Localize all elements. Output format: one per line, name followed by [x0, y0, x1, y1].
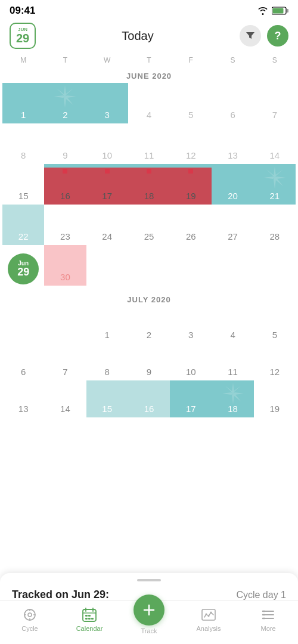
- page-title: Today: [122, 29, 153, 43]
- tab-analysis[interactable]: Analysis: [191, 606, 226, 632]
- cal-cell-jun21[interactable]: 21: [254, 164, 296, 205]
- sheet-handle: [137, 579, 161, 581]
- day-header-m: M: [2, 54, 44, 67]
- cal-cell-jun24[interactable]: 24: [86, 205, 128, 245]
- july-grid: 1 2 3 4 5 6 7 8 9 10 11: [0, 306, 298, 417]
- svg-rect-2: [273, 8, 284, 14]
- cal-cell-jun7[interactable]: 7: [254, 83, 296, 123]
- calendar-date-icon[interactable]: Jun 29: [10, 23, 36, 49]
- svg-rect-37: [85, 615, 88, 617]
- cal-cell-jun29-today[interactable]: Jun 29: [2, 245, 44, 286]
- help-button[interactable]: ?: [267, 25, 288, 47]
- cal-cell-jul15[interactable]: 15: [86, 380, 128, 417]
- cal-cell-jul6[interactable]: 6: [2, 343, 44, 380]
- cal-cell-jul8[interactable]: 8: [86, 343, 128, 380]
- calendar-icon-day: 29: [16, 32, 29, 44]
- tab-cycle[interactable]: Cycle: [12, 606, 48, 632]
- cal-cell-jun11[interactable]: 11: [128, 123, 170, 164]
- cycle-day-label: Cycle day 1: [236, 590, 286, 600]
- cal-cell-empty1: [86, 245, 128, 286]
- more-tab-icon: [260, 606, 277, 623]
- cal-cell-empty4: [212, 245, 253, 286]
- cal-cell-jun6[interactable]: 6: [212, 83, 253, 123]
- cal-cell-jun8[interactable]: 8: [2, 123, 44, 164]
- red-dot-jun19: [188, 169, 193, 174]
- svg-rect-41: [91, 618, 94, 620]
- svg-point-45: [206, 614, 207, 615]
- cal-cell-jun1[interactable]: 1: [2, 83, 44, 123]
- svg-marker-17: [266, 178, 275, 186]
- track-button[interactable]: [134, 595, 164, 626]
- cal-cell-jun30[interactable]: 30: [44, 245, 86, 286]
- filter-button[interactable]: [240, 25, 261, 47]
- svg-marker-14: [263, 177, 275, 179]
- cal-cell-jun4[interactable]: 4: [128, 83, 170, 123]
- cal-cell-jul7[interactable]: 7: [44, 343, 86, 380]
- calendar-tab-icon: [81, 606, 98, 623]
- svg-point-28: [28, 613, 32, 617]
- tab-track[interactable]: Track: [131, 604, 167, 634]
- cal-cell-jun10[interactable]: 10: [86, 123, 128, 164]
- svg-rect-40: [88, 618, 91, 620]
- cal-cell-jun25[interactable]: 25: [128, 205, 170, 245]
- cal-cell-jul10[interactable]: 10: [170, 343, 212, 380]
- analysis-tab-icon: [200, 606, 217, 623]
- svg-marker-6: [54, 95, 65, 98]
- cal-cell-empty2: [128, 245, 170, 286]
- cal-cell-jun18[interactable]: 18: [128, 164, 170, 205]
- red-dot-jun16: [63, 169, 67, 174]
- today-indicator: Jun 29: [8, 253, 39, 284]
- cal-cell-jun13[interactable]: 13: [212, 123, 253, 164]
- cal-cell-jun15[interactable]: 15: [2, 164, 44, 205]
- plus-icon: [141, 602, 157, 618]
- tab-calendar[interactable]: Calendar: [72, 606, 107, 632]
- cal-cell-jun28[interactable]: 28: [254, 205, 296, 245]
- cal-cell-jun9[interactable]: 9: [44, 123, 86, 164]
- cal-cell-jul19[interactable]: 19: [254, 380, 296, 417]
- cal-cell-jul9[interactable]: 9: [128, 343, 170, 380]
- cal-cell-jul18[interactable]: 18: [212, 380, 253, 417]
- analysis-tab-label: Analysis: [197, 625, 221, 632]
- june-label: JUNE 2020: [0, 67, 298, 83]
- jul-empty2: [44, 306, 86, 343]
- cal-cell-jun23[interactable]: 23: [44, 205, 86, 245]
- cal-cell-jul14[interactable]: 14: [44, 380, 86, 417]
- svg-rect-1: [287, 9, 288, 13]
- cal-cell-jun16[interactable]: 16: [44, 164, 86, 205]
- cal-cell-jul16[interactable]: 16: [128, 380, 170, 417]
- cal-cell-jul3[interactable]: 3: [170, 306, 212, 343]
- cal-cell-jun17[interactable]: 17: [86, 164, 128, 205]
- svg-marker-9: [57, 97, 65, 105]
- cal-cell-jul17[interactable]: 17: [170, 380, 212, 417]
- cal-cell-jul11[interactable]: 11: [212, 343, 253, 380]
- cal-cell-jul2[interactable]: 2: [128, 306, 170, 343]
- july-label: JULY 2020: [0, 290, 298, 306]
- cal-cell-jun14[interactable]: 14: [254, 123, 296, 164]
- starburst-jun21: [262, 165, 287, 190]
- starburst-jul18: [221, 382, 245, 405]
- june-grid: 1 2 3 4 5: [0, 83, 298, 286]
- red-dot-jun17: [105, 169, 110, 174]
- day-header-f: F: [170, 54, 212, 67]
- cal-cell-jun5[interactable]: 5: [170, 83, 212, 123]
- svg-marker-22: [222, 392, 232, 395]
- cal-cell-jun20[interactable]: 20: [212, 164, 253, 205]
- cal-cell-jul1[interactable]: 1: [86, 306, 128, 343]
- status-icons: [257, 7, 288, 15]
- cal-cell-jun26[interactable]: 26: [170, 205, 212, 245]
- cal-cell-jul5[interactable]: 5: [254, 306, 296, 343]
- cal-cell-jul4[interactable]: 4: [212, 306, 253, 343]
- calendar-section: M T W T F S S JUNE 2020 1: [0, 54, 298, 417]
- cal-cell-jun27[interactable]: 27: [212, 205, 253, 245]
- cal-cell-jun3[interactable]: 3: [86, 83, 128, 123]
- red-dot-jun18: [147, 169, 151, 174]
- svg-rect-38: [88, 615, 91, 617]
- cal-cell-jul12[interactable]: 12: [254, 343, 296, 380]
- cal-cell-jul13[interactable]: 13: [2, 380, 44, 417]
- day-header-w: W: [86, 54, 128, 67]
- tab-more[interactable]: More: [250, 606, 286, 632]
- cal-cell-jun22[interactable]: 22: [2, 205, 44, 245]
- cal-cell-jun2[interactable]: 2: [44, 83, 86, 123]
- cal-cell-jun12[interactable]: 12: [170, 123, 212, 164]
- cal-cell-jun19[interactable]: 19: [170, 164, 212, 205]
